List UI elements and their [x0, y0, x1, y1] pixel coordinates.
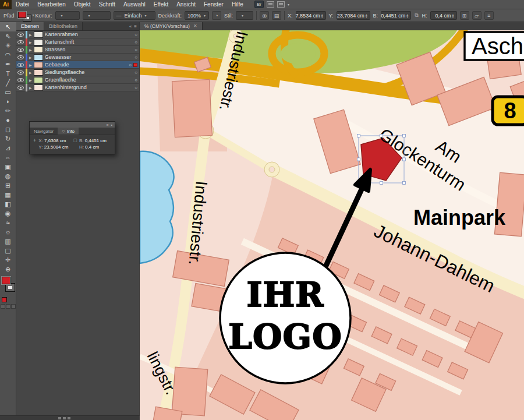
layer-row-kartenhintergrund[interactable]: ▶ Kartenhintergrund ○ [16, 84, 139, 91]
y-field[interactable]: 23,7084 cm▲▼ [337, 11, 370, 20]
layer-row-kartenrahmen[interactable]: ▶ Kartenrahmen ○ [16, 31, 139, 38]
map-artwork[interactable]: Industriestr. Industriestr. Am Glockentu… [140, 30, 524, 420]
layer-name[interactable]: Kartenhintergrund [45, 84, 133, 90]
layer-name[interactable]: Strassen [45, 47, 133, 52]
x-field[interactable]: 7,8534 cm▲▼ [296, 11, 326, 20]
transparency-panel-icon[interactable]: ◔ [212, 11, 221, 20]
water-body[interactable] [140, 151, 174, 263]
draw-inside-icon[interactable] [11, 304, 16, 309]
layer-thumbnail[interactable] [34, 69, 43, 76]
logo-text-line1[interactable]: IHR [246, 275, 324, 315]
visibility-toggle-icon[interactable] [17, 33, 24, 37]
lasso-tool[interactable]: ◠ [0, 50, 16, 59]
tab-info[interactable]: ○ Info [58, 128, 79, 135]
artboard-tool[interactable]: ▢ [0, 246, 16, 255]
eraser-tool[interactable]: ◻ [0, 125, 16, 134]
expand-triangle-icon[interactable]: ▶ [29, 86, 32, 90]
close-icon[interactable]: ✕ [193, 23, 197, 29]
stroke-width-dropdown[interactable]: ▾ [55, 11, 80, 20]
layer-row-kartenschrift[interactable]: ▶ Kartenschrift ○ [16, 38, 139, 46]
target-circle-icon[interactable]: ○ [134, 32, 137, 37]
visibility-toggle-icon[interactable] [17, 70, 24, 75]
bridge-button[interactable]: Br [254, 1, 264, 8]
visibility-toggle-icon[interactable] [17, 48, 24, 52]
shape-builder-tool[interactable]: ◍ [0, 171, 16, 181]
city-sign-label[interactable]: Asch [472, 33, 523, 59]
target-circle-icon[interactable]: ○ [134, 40, 137, 45]
target-circle-icon[interactable]: ○ [134, 77, 137, 83]
chevron-down-icon[interactable]: ▾ [33, 13, 34, 17]
width-profile-dropdown[interactable]: — Einfach ▾ [114, 11, 155, 20]
panel-options-icon[interactable]: ▪ [111, 123, 112, 127]
menu-item[interactable]: Datei [12, 0, 33, 9]
opacity-dropdown[interactable]: 100% ▾ [185, 11, 209, 20]
status-icon[interactable] [68, 417, 70, 419]
width-field[interactable]: 0,4451 cm▲▼ [381, 11, 411, 20]
fill-stroke-swatches[interactable]: ▾ [17, 10, 33, 21]
city-sign[interactable]: Asch [465, 32, 524, 60]
district-label-mainpark[interactable]: Mainpark [413, 206, 506, 230]
route-shield[interactable]: 8 [493, 97, 524, 125]
layer-row-siedlungsflaeche[interactable]: ▶ Siedlungsflaeche ○ [16, 69, 139, 76]
panel-menu-icon[interactable]: ≡ [484, 11, 494, 20]
shear-icon[interactable]: ▱ [472, 11, 481, 20]
tab-navigator[interactable]: Navigator [30, 128, 58, 135]
stroke-swatch[interactable] [6, 284, 15, 291]
constrain-proportions-icon[interactable]: ⧉ [414, 12, 419, 19]
menu-item[interactable]: Bearbeiten [33, 0, 69, 9]
expand-triangle-icon[interactable]: ▶ [29, 33, 32, 37]
layer-thumbnail[interactable] [34, 84, 43, 91]
layer-name[interactable]: Kartenrahmen [45, 31, 133, 37]
mesh-tool[interactable]: ▦ [0, 190, 16, 199]
hand-tool[interactable]: ✛ [0, 255, 16, 264]
gradient-tool[interactable]: ◧ [0, 199, 16, 209]
perspective-grid-tool[interactable]: ⊞ [0, 181, 16, 190]
selection-tool[interactable]: ↖ [0, 22, 16, 31]
layer-thumbnail[interactable] [34, 62, 43, 68]
status-icon[interactable] [63, 417, 66, 419]
route-shield-number[interactable]: 8 [504, 98, 516, 123]
layer-thumbnail[interactable] [34, 31, 43, 38]
draw-modes[interactable] [1, 304, 16, 309]
fill-swatch[interactable] [18, 12, 26, 18]
workspace-layout-button[interactable] [277, 1, 285, 8]
free-transform-tool[interactable]: ▣ [0, 162, 16, 171]
expand-triangle-icon[interactable]: ▶ [29, 48, 32, 52]
panel-menu-icon[interactable]: ≡ [134, 24, 137, 29]
menu-item[interactable]: Hilfe [228, 0, 247, 9]
document-tab[interactable]: % (CMYK/Vorschau) ✕ [140, 22, 203, 30]
paintbrush-tool[interactable]: ◗ [0, 97, 16, 106]
target-circle-icon[interactable]: ○ [134, 85, 137, 90]
symbol-sprayer-tool[interactable]: ☼ [0, 227, 16, 237]
zoom-tool[interactable]: ⊕ [0, 264, 16, 274]
width-tool[interactable]: ⇔ [0, 153, 16, 162]
layer-name[interactable]: Siedlungsflaeche [45, 69, 133, 75]
visibility-toggle-icon[interactable] [17, 55, 24, 59]
target-circle-icon[interactable]: ○ [134, 47, 137, 52]
expand-triangle-icon[interactable]: ▶ [29, 63, 32, 67]
rectangle-tool[interactable]: ▭ [0, 87, 16, 97]
expand-triangle-icon[interactable]: ▶ [29, 78, 32, 82]
layer-name[interactable]: Gruenflaeche [45, 77, 133, 83]
layer-thumbnail[interactable] [34, 77, 43, 83]
direct-selection-tool[interactable]: ⇖ [0, 31, 16, 41]
menu-item[interactable]: Effekt [150, 0, 172, 9]
tab-ebenen[interactable]: Ebenen [16, 22, 44, 30]
type-tool[interactable]: T [0, 69, 16, 78]
visibility-toggle-icon[interactable] [17, 63, 24, 67]
graphic-style-dropdown[interactable]: ▾ [236, 11, 253, 20]
layer-thumbnail[interactable] [34, 47, 43, 53]
expand-triangle-icon[interactable]: ▶ [29, 40, 32, 44]
arrange-documents-button[interactable] [267, 1, 274, 8]
layer-name[interactable]: Kartenschrift [45, 39, 133, 45]
pen-tool[interactable]: ✒ [0, 59, 16, 69]
blob-brush-tool[interactable]: ● [0, 115, 16, 125]
status-icon[interactable] [58, 417, 61, 419]
layer-row-gebaeude[interactable]: ▶ Gebaeude ○ [16, 61, 139, 69]
layer-name[interactable]: Gebaeude [45, 62, 128, 68]
menu-item[interactable]: Auswahl [119, 0, 150, 9]
chevron-down-icon[interactable]: ▾ [288, 2, 289, 6]
menu-item[interactable]: Schrift [95, 0, 119, 9]
logo-text-line2[interactable]: LOGO [228, 317, 342, 357]
collapse-panel-icon[interactable]: « [129, 24, 132, 29]
